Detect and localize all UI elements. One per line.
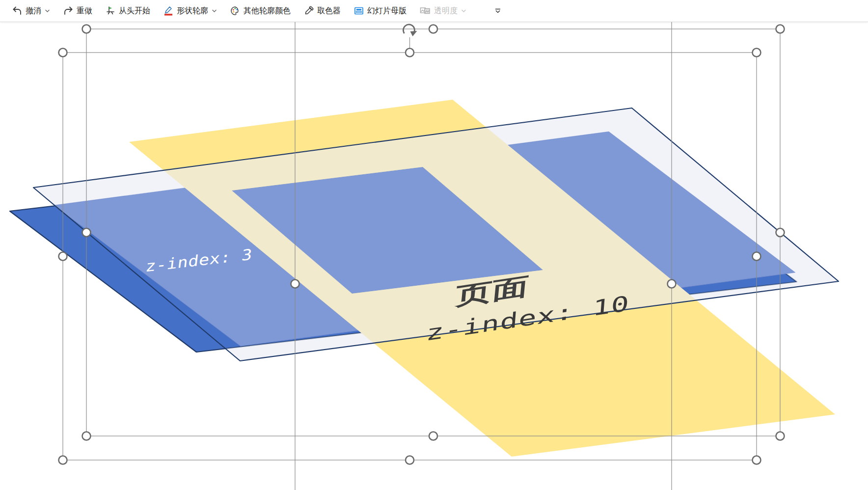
chevron-down-icon[interactable] (212, 8, 217, 14)
shape-outline-button[interactable]: 形状轮廓 (159, 3, 221, 19)
selection-resize-handle[interactable] (406, 456, 414, 464)
redo-icon (63, 5, 74, 16)
overflow-chevron-icon (494, 7, 502, 15)
more-outline-colors-button[interactable]: 其他轮廓颜色 (226, 3, 295, 19)
slide-master-label: 幻灯片母版 (367, 6, 407, 16)
transparency-label: 透明度 (434, 6, 458, 16)
selection-resize-handle[interactable] (753, 456, 761, 464)
more-outline-colors-label: 其他轮廓颜色 (244, 6, 291, 16)
transparency-button: 透明度 (415, 3, 470, 19)
present-from-start-icon (105, 5, 116, 16)
transparency-icon (419, 5, 431, 16)
selection-resize-handle[interactable] (753, 49, 761, 57)
selection-resize-handle[interactable] (406, 49, 414, 57)
present-from-start-label: 从头开始 (119, 6, 150, 16)
eyedropper-icon (303, 5, 314, 16)
selection-resize-handle[interactable] (429, 25, 437, 33)
slide-master-icon (353, 5, 364, 16)
redo-label: 重做 (77, 6, 92, 16)
selection-resize-handle[interactable] (82, 25, 91, 33)
selection-resize-handle[interactable] (753, 252, 761, 261)
shape-outline-pencil-icon (163, 5, 174, 16)
eyedropper-button[interactable]: 取色器 (299, 3, 345, 19)
selection-resize-handle[interactable] (82, 228, 91, 237)
selection-resize-handle[interactable] (59, 49, 67, 57)
slide-canvas: z-index: 3 页面 z-index: 10 (0, 0, 868, 490)
selection-resize-handle[interactable] (59, 456, 67, 464)
selection-resize-handle[interactable] (291, 280, 299, 288)
selection-resize-handle[interactable] (668, 280, 676, 288)
more-commands-button[interactable] (490, 4, 506, 17)
chevron-down-icon[interactable] (45, 8, 50, 14)
selection-resize-handle[interactable] (82, 432, 91, 440)
palette-icon (230, 5, 241, 16)
undo-button[interactable]: 撤消 (8, 3, 54, 19)
undo-icon (12, 5, 23, 16)
quick-access-toolbar: 撤消 重做 从头开始 形状轮廓 (0, 0, 868, 22)
slide-master-button[interactable]: 幻灯片母版 (350, 3, 410, 19)
rotation-handle-arrow (410, 31, 417, 36)
undo-label: 撤消 (26, 6, 41, 16)
selection-resize-handle[interactable] (429, 432, 437, 440)
selection-resize-handle[interactable] (59, 252, 67, 261)
selection-resize-handle[interactable] (776, 228, 785, 237)
eyedropper-label: 取色器 (317, 6, 341, 16)
slide-canvas-area[interactable]: z-index: 3 页面 z-index: 10 (0, 0, 868, 490)
redo-button[interactable]: 重做 (59, 3, 96, 19)
selection-resize-handle[interactable] (776, 432, 785, 440)
present-from-start-button[interactable]: 从头开始 (101, 3, 154, 19)
shape-outline-label: 形状轮廓 (177, 6, 208, 16)
chevron-down-icon (461, 8, 466, 14)
selection-resize-handle[interactable] (776, 25, 785, 33)
